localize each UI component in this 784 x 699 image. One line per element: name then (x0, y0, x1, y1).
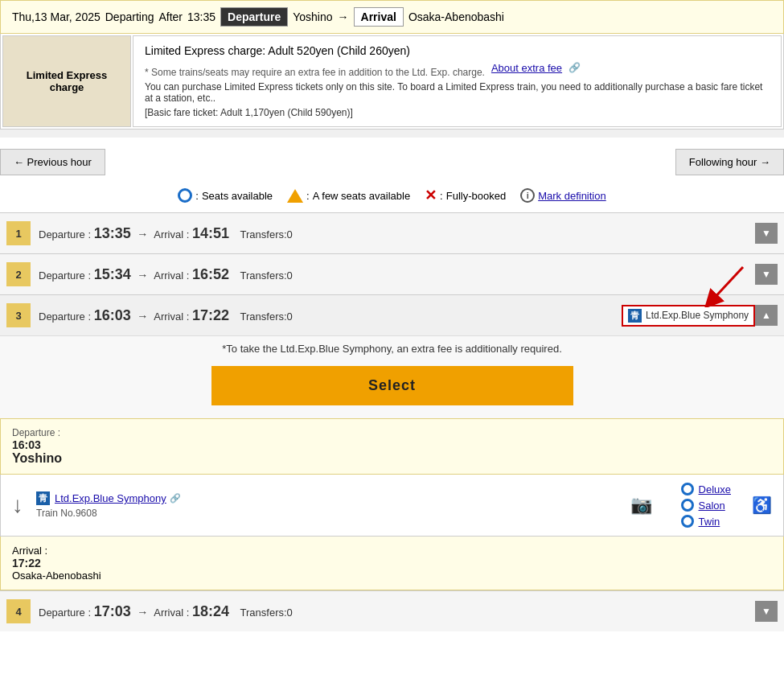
following-hour-button[interactable]: Following hour → (675, 149, 784, 175)
charge-line1: Limited Express charge: Adult 520yen (Ch… (145, 44, 770, 57)
seat-twin: Twin (681, 515, 731, 528)
row2-arr-time: 16:52 (192, 266, 229, 282)
row3-expand-icon[interactable]: ▲ (755, 305, 778, 326)
charge-label: Limited Express charge (2, 35, 131, 127)
arrival-station-detail: Arrival : 17:22 Osaka-Abenobashi (0, 537, 784, 590)
separator1 (0, 130, 784, 138)
twin-available-icon (681, 515, 694, 528)
arrival-box[interactable]: Arrival (354, 7, 404, 27)
row4-dep-time: 17:03 (94, 603, 131, 619)
train-row-4-inner[interactable]: 4 Departure : 17:03 → Arrival : 18:24 Tr… (0, 591, 784, 631)
salon-link[interactable]: Salon (699, 500, 725, 512)
row-1-times: Departure : 13:35 → Arrival : 14:51 Tran… (39, 225, 755, 242)
arrival-station-name: Osaka-Abenobashi (12, 569, 772, 582)
legend-row: : Seats available : A few seats availabl… (0, 182, 784, 212)
header-from: Yoshino (293, 10, 332, 23)
seat-options: Deluxe Salon Twin (681, 483, 731, 528)
departure-box[interactable]: Departure (220, 7, 288, 27)
camera-icon: 📷 (630, 495, 652, 516)
salon-available-icon (681, 499, 694, 512)
svg-line-1 (711, 267, 743, 302)
row4-expand-icon[interactable]: ▼ (755, 601, 778, 622)
seat-salon: Salon (681, 499, 731, 512)
extra-fee-warning: *To take the Ltd.Exp.Blue Symphony, an e… (0, 336, 784, 358)
detail-badge-blue: 青 (36, 491, 50, 505)
charge-content: Limited Express charge: Adult 520yen (Ch… (133, 35, 782, 127)
train-row-3-inner[interactable]: 3 Departure : 16:03 → Arrival : 17:22 Tr… (0, 295, 784, 335)
legend-few: : A few seats available (287, 189, 410, 203)
row3-expanded-content: *To take the Ltd.Exp.Blue Symphony, an e… (0, 335, 784, 590)
arrival-time-label: Arrival : 17:22 (12, 545, 772, 569)
available-icon (178, 188, 192, 203)
row-4-times: Departure : 17:03 → Arrival : 18:24 Tran… (39, 603, 755, 620)
row4-transfers: Transfers:0 (240, 606, 293, 619)
charge-table: Limited Express charge Limited Express c… (0, 34, 784, 130)
seat-deluxe: Deluxe (681, 483, 731, 495)
down-arrow-icon: ↓ (12, 492, 23, 518)
legend-few-label: A few seats available (313, 190, 410, 202)
train-row-1-inner[interactable]: 1 Departure : 13:35 → Arrival : 14:51 Tr… (0, 213, 784, 253)
row1-arr-label: Arrival : (154, 228, 192, 241)
header-time: 13:35 (187, 10, 215, 23)
row3-dep-time: 16:03 (94, 307, 131, 323)
deluxe-available-icon (681, 483, 694, 495)
row4-dep-label: Departure : (39, 606, 94, 619)
select-button[interactable]: Select (211, 366, 573, 405)
row3-arr-time: 17:22 (192, 307, 229, 323)
wheelchair-icon: ♿ (752, 495, 772, 515)
mark-definition-link[interactable]: Mark definition (538, 190, 606, 202)
row3-arrow: → (137, 310, 148, 323)
train-row-2-inner[interactable]: 2 Departure : 15:34 → Arrival : 16:52 Tr… (0, 254, 784, 294)
row1-arrow: → (137, 228, 148, 241)
row-3-times: Departure : 16:03 → Arrival : 17:22 Tran… (39, 307, 605, 324)
badge-container: 青 Ltd.Exp.Blue Symphony (614, 305, 755, 327)
departure-station-name: Yoshino (12, 451, 772, 466)
legend-mark-def: i Mark definition (520, 188, 606, 203)
about-extra-fee-link[interactable]: About extra fee (491, 62, 562, 74)
legend-booked: ✕ : Fully-booked (425, 188, 506, 203)
row2-arr-label: Arrival : (154, 269, 192, 282)
deluxe-link[interactable]: Deluxe (699, 483, 731, 495)
train-detail-info: 青 Ltd.Exp.Blue Symphony 🔗 Train No.9608 (36, 491, 610, 519)
twin-link[interactable]: Twin (699, 516, 720, 528)
legend-colon1: : (195, 190, 199, 202)
header-date: Thu,13 Mar, 2025 (12, 10, 101, 23)
fare-note: [Basic fare ticket: Adult 1,170yen (Chil… (145, 107, 770, 118)
row-2-times: Departure : 15:34 → Arrival : 16:52 Tran… (39, 266, 755, 283)
legend-available-label: Seats available (202, 190, 273, 202)
departure-station-detail: Departure : 16:03 Yoshino (0, 418, 784, 475)
row4-arrow: → (137, 606, 148, 619)
charge-note: * Some trains/seats may require an extra… (145, 67, 485, 78)
arrival-time-value: 17:22 (12, 557, 41, 569)
row1-arr-time: 14:51 (192, 225, 229, 241)
header-after: After (158, 10, 183, 23)
row2-dep-time: 15:34 (94, 266, 131, 282)
train-detail: ↓ 青 Ltd.Exp.Blue Symphony 🔗 Train No.960… (0, 475, 784, 537)
external-link-icon2: 🔗 (170, 493, 181, 504)
train-row-3: 3 Departure : 16:03 → Arrival : 17:22 Tr… (0, 294, 784, 590)
row4-arr-time: 18:24 (192, 603, 229, 619)
legend-available: : Seats available (178, 188, 273, 203)
header-bar: Thu,13 Mar, 2025 Departing After 13:35 D… (0, 0, 784, 34)
few-seats-icon (287, 189, 303, 203)
row1-dep-label: Departure : (39, 228, 94, 241)
row-num-2: 2 (6, 262, 31, 286)
row1-transfers: Transfers:0 (240, 228, 293, 241)
external-link-icon: 🔗 (569, 62, 581, 73)
boarding-info: You can purchase Limited Express tickets… (145, 81, 770, 104)
previous-hour-button[interactable]: ← Previous hour (0, 149, 105, 175)
row2-dep-label: Departure : (39, 269, 94, 282)
row2-arrow: → (137, 269, 148, 282)
train-row-2: 2 Departure : 15:34 → Arrival : 16:52 Tr… (0, 253, 784, 294)
navigation-row: ← Previous hour Following hour → (0, 138, 784, 182)
row3-arr-label: Arrival : (154, 310, 192, 323)
legend-booked-label: Fully-booked (446, 190, 506, 202)
row1-expand-icon[interactable]: ▼ (755, 223, 778, 244)
header-departing: Departing (105, 10, 154, 23)
row1-dep-time: 13:35 (94, 225, 131, 241)
train-name-link[interactable]: Ltd.Exp.Blue Symphony (55, 492, 166, 504)
row2-transfers: Transfers:0 (240, 269, 293, 282)
arrow-icon: → (338, 10, 349, 23)
badge-blue-icon: 青 (628, 309, 642, 323)
row3-transfers: Transfers:0 (240, 310, 293, 323)
